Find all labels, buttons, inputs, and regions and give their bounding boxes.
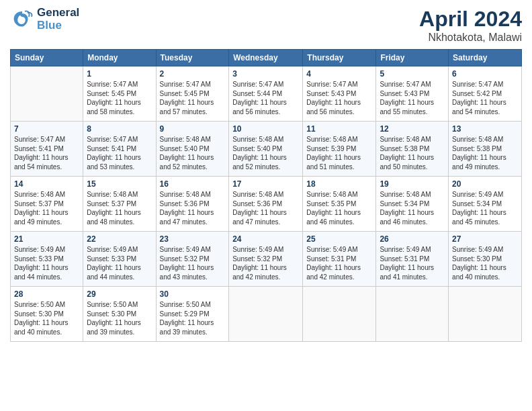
day-number: 17 (232, 179, 299, 189)
calendar-cell: 20Sunrise: 5:49 AMSunset: 5:34 PMDayligh… (449, 177, 522, 232)
calendar-day-header: Sunday (11, 50, 83, 66)
logo-name: General Blue (37, 7, 79, 32)
calendar-cell: 30Sunrise: 5:50 AMSunset: 5:29 PMDayligh… (156, 287, 229, 342)
day-info: Sunrise: 5:48 AMSunset: 5:36 PMDaylight:… (232, 190, 299, 226)
calendar-cell (376, 287, 449, 342)
calendar-day-header: Tuesday (156, 50, 229, 66)
day-number: 11 (306, 124, 372, 134)
calendar-cell: 28Sunrise: 5:50 AMSunset: 5:30 PMDayligh… (11, 287, 83, 342)
day-info: Sunrise: 5:49 AMSunset: 5:33 PMDaylight:… (14, 245, 79, 281)
calendar-week-row: 1Sunrise: 5:47 AMSunset: 5:45 PMDaylight… (11, 66, 522, 122)
logo: General Blue (10, 7, 79, 32)
day-info: Sunrise: 5:50 AMSunset: 5:29 PMDaylight:… (160, 300, 226, 336)
day-number: 9 (160, 124, 226, 134)
day-info: Sunrise: 5:49 AMSunset: 5:33 PMDaylight:… (87, 245, 152, 281)
day-number: 2 (160, 69, 226, 79)
calendar-cell: 18Sunrise: 5:48 AMSunset: 5:35 PMDayligh… (303, 177, 376, 232)
calendar-cell: 14Sunrise: 5:48 AMSunset: 5:37 PMDayligh… (11, 177, 83, 232)
calendar-cell: 17Sunrise: 5:48 AMSunset: 5:36 PMDayligh… (229, 177, 303, 232)
logo-icon (10, 7, 34, 32)
calendar-cell (449, 287, 522, 342)
calendar-week-row: 14Sunrise: 5:48 AMSunset: 5:37 PMDayligh… (11, 177, 522, 232)
calendar-cell: 2Sunrise: 5:47 AMSunset: 5:45 PMDaylight… (156, 66, 229, 122)
calendar-cell: 13Sunrise: 5:48 AMSunset: 5:38 PMDayligh… (449, 122, 522, 177)
calendar-table: SundayMondayTuesdayWednesdayThursdayFrid… (10, 49, 522, 342)
day-info: Sunrise: 5:48 AMSunset: 5:40 PMDaylight:… (232, 135, 299, 171)
page-header: General Blue April 2024 Nkhotakota, Mala… (10, 7, 522, 44)
calendar-cell (303, 287, 376, 342)
day-number: 21 (14, 234, 79, 244)
day-number: 30 (160, 289, 226, 299)
day-number: 23 (160, 234, 226, 244)
calendar-cell: 9Sunrise: 5:48 AMSunset: 5:40 PMDaylight… (156, 122, 229, 177)
day-number: 18 (306, 179, 372, 189)
day-number: 16 (160, 179, 226, 189)
day-number: 14 (14, 179, 79, 189)
day-info: Sunrise: 5:47 AMSunset: 5:45 PMDaylight:… (87, 80, 152, 116)
calendar-day-header: Thursday (303, 50, 376, 66)
logo-general-text: General (37, 7, 79, 19)
calendar-cell: 15Sunrise: 5:48 AMSunset: 5:37 PMDayligh… (83, 177, 156, 232)
calendar-cell: 12Sunrise: 5:48 AMSunset: 5:38 PMDayligh… (376, 122, 449, 177)
calendar-week-row: 7Sunrise: 5:47 AMSunset: 5:41 PMDaylight… (11, 122, 522, 177)
calendar-cell: 27Sunrise: 5:49 AMSunset: 5:30 PMDayligh… (449, 232, 522, 287)
calendar-cell: 19Sunrise: 5:48 AMSunset: 5:34 PMDayligh… (376, 177, 449, 232)
calendar-cell: 23Sunrise: 5:49 AMSunset: 5:32 PMDayligh… (156, 232, 229, 287)
day-info: Sunrise: 5:47 AMSunset: 5:45 PMDaylight:… (160, 80, 226, 116)
calendar-cell (11, 66, 83, 122)
day-number: 10 (232, 124, 299, 134)
calendar-cell: 21Sunrise: 5:49 AMSunset: 5:33 PMDayligh… (11, 232, 83, 287)
day-number: 3 (232, 69, 299, 79)
day-number: 15 (87, 179, 152, 189)
day-info: Sunrise: 5:50 AMSunset: 5:30 PMDaylight:… (14, 300, 79, 336)
location-title: Nkhotakota, Malawi (419, 32, 522, 44)
day-info: Sunrise: 5:49 AMSunset: 5:31 PMDaylight:… (380, 245, 445, 281)
logo-blue-text: Blue (37, 19, 79, 32)
calendar-cell: 3Sunrise: 5:47 AMSunset: 5:44 PMDaylight… (229, 66, 303, 122)
day-info: Sunrise: 5:48 AMSunset: 5:38 PMDaylight:… (452, 135, 518, 171)
calendar-cell: 6Sunrise: 5:47 AMSunset: 5:42 PMDaylight… (449, 66, 522, 122)
calendar-cell: 1Sunrise: 5:47 AMSunset: 5:45 PMDaylight… (83, 66, 156, 122)
calendar-cell: 16Sunrise: 5:48 AMSunset: 5:36 PMDayligh… (156, 177, 229, 232)
day-info: Sunrise: 5:47 AMSunset: 5:43 PMDaylight:… (380, 80, 445, 116)
calendar-cell: 10Sunrise: 5:48 AMSunset: 5:40 PMDayligh… (229, 122, 303, 177)
calendar-cell (229, 287, 303, 342)
day-info: Sunrise: 5:48 AMSunset: 5:37 PMDaylight:… (14, 190, 79, 226)
day-info: Sunrise: 5:48 AMSunset: 5:39 PMDaylight:… (306, 135, 372, 171)
day-number: 7 (14, 124, 79, 134)
day-info: Sunrise: 5:47 AMSunset: 5:41 PMDaylight:… (87, 135, 152, 171)
day-number: 4 (306, 69, 372, 79)
day-info: Sunrise: 5:48 AMSunset: 5:37 PMDaylight:… (87, 190, 152, 226)
calendar-day-header: Saturday (449, 50, 522, 66)
day-number: 25 (306, 234, 372, 244)
calendar-cell: 7Sunrise: 5:47 AMSunset: 5:41 PMDaylight… (11, 122, 83, 177)
day-info: Sunrise: 5:49 AMSunset: 5:30 PMDaylight:… (452, 245, 518, 281)
calendar-cell: 11Sunrise: 5:48 AMSunset: 5:39 PMDayligh… (303, 122, 376, 177)
day-info: Sunrise: 5:48 AMSunset: 5:38 PMDaylight:… (380, 135, 445, 171)
calendar-cell: 26Sunrise: 5:49 AMSunset: 5:31 PMDayligh… (376, 232, 449, 287)
day-number: 24 (232, 234, 299, 244)
day-number: 27 (452, 234, 518, 244)
day-info: Sunrise: 5:47 AMSunset: 5:41 PMDaylight:… (14, 135, 79, 171)
calendar-day-header: Wednesday (229, 50, 303, 66)
day-number: 1 (87, 69, 152, 79)
day-number: 6 (452, 69, 518, 79)
day-number: 28 (14, 289, 79, 299)
day-info: Sunrise: 5:49 AMSunset: 5:31 PMDaylight:… (306, 245, 372, 281)
day-number: 29 (87, 289, 152, 299)
day-info: Sunrise: 5:48 AMSunset: 5:36 PMDaylight:… (160, 190, 226, 226)
calendar-cell: 22Sunrise: 5:49 AMSunset: 5:33 PMDayligh… (83, 232, 156, 287)
day-info: Sunrise: 5:48 AMSunset: 5:34 PMDaylight:… (380, 190, 445, 226)
day-info: Sunrise: 5:47 AMSunset: 5:44 PMDaylight:… (232, 80, 299, 116)
calendar-header-row: SundayMondayTuesdayWednesdayThursdayFrid… (11, 50, 522, 66)
calendar-cell: 29Sunrise: 5:50 AMSunset: 5:30 PMDayligh… (83, 287, 156, 342)
day-number: 8 (87, 124, 152, 134)
calendar-cell: 8Sunrise: 5:47 AMSunset: 5:41 PMDaylight… (83, 122, 156, 177)
day-info: Sunrise: 5:47 AMSunset: 5:42 PMDaylight:… (452, 80, 518, 116)
day-number: 19 (380, 179, 445, 189)
month-title: April 2024 (419, 7, 522, 32)
day-info: Sunrise: 5:48 AMSunset: 5:40 PMDaylight:… (160, 135, 226, 171)
calendar-cell: 24Sunrise: 5:49 AMSunset: 5:32 PMDayligh… (229, 232, 303, 287)
day-info: Sunrise: 5:49 AMSunset: 5:32 PMDaylight:… (232, 245, 299, 281)
calendar-day-header: Friday (376, 50, 449, 66)
